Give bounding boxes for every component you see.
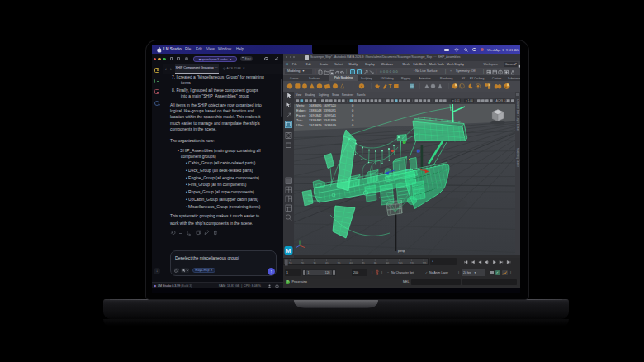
svg-text:20: 20 bbox=[301, 262, 305, 265]
svg-text:3383048: 3383048 bbox=[309, 108, 322, 112]
svg-text:70: 70 bbox=[362, 262, 365, 265]
svg-text:Edges:: Edges: bbox=[296, 108, 306, 112]
svg-text:1699541: 1699541 bbox=[324, 113, 337, 117]
svg-text:UVs:: UVs: bbox=[296, 123, 304, 127]
svg-text:3345339: 3345339 bbox=[324, 118, 337, 122]
svg-text:115: 115 bbox=[423, 262, 427, 265]
svg-text:100: 100 bbox=[398, 262, 402, 265]
svg-text:60: 60 bbox=[350, 262, 353, 265]
svg-text:40: 40 bbox=[325, 262, 329, 265]
svg-text:1697520: 1697520 bbox=[324, 104, 337, 107]
svg-text:3393091: 3393091 bbox=[324, 108, 337, 112]
svg-text:Faces:: Faces: bbox=[296, 113, 306, 117]
svg-text:Tris:: Tris: bbox=[296, 118, 303, 122]
svg-text:1918879: 1918879 bbox=[309, 123, 322, 127]
svg-text:M: M bbox=[286, 247, 291, 255]
svg-text:persp: persp bbox=[398, 250, 405, 253]
svg-text:1933649: 1933649 bbox=[324, 123, 337, 127]
svg-text:3338482: 3338482 bbox=[309, 118, 322, 122]
svg-text:Verts:: Verts: bbox=[296, 104, 305, 107]
svg-text:90: 90 bbox=[386, 262, 390, 265]
svg-text:▾ 0.01: ▾ 0.01 bbox=[452, 99, 460, 102]
svg-text:1683695: 1683695 bbox=[309, 104, 322, 107]
svg-text:10: 10 bbox=[289, 262, 292, 265]
svg-text:80: 80 bbox=[374, 262, 377, 265]
svg-text:30: 30 bbox=[313, 262, 316, 265]
svg-text:T: T bbox=[389, 83, 392, 89]
svg-text:50: 50 bbox=[338, 262, 341, 265]
svg-text:110: 110 bbox=[410, 262, 414, 265]
svg-text:▾ 1.00: ▾ 1.00 bbox=[466, 99, 473, 102]
svg-text:1691842: 1691842 bbox=[309, 113, 322, 117]
svg-text:ACES 1.0: ACES 1.0 bbox=[496, 99, 508, 102]
